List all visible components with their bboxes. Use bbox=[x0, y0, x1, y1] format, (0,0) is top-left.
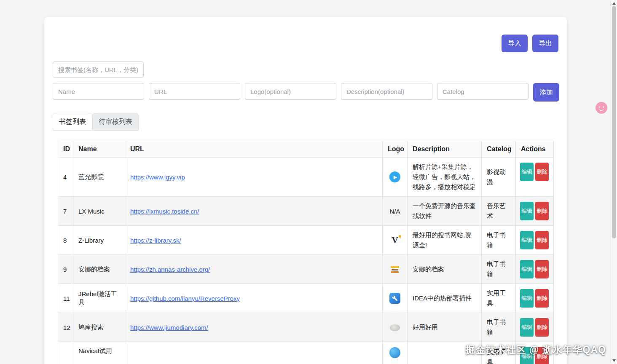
edit-button[interactable]: 编辑 bbox=[520, 318, 534, 337]
table-row: 8Z-Libraryhttps://z-library.sk/V最好用的搜书网站… bbox=[58, 226, 554, 255]
bookmark-link[interactable]: https://www.lgyy.vip bbox=[130, 174, 185, 181]
edit-button[interactable]: 编辑 bbox=[520, 260, 534, 278]
bookmark-table: IDNameURLLogoDescriptionCatelogActions 4… bbox=[58, 141, 554, 364]
edit-button[interactable]: 编辑 bbox=[520, 231, 534, 249]
cell-actions: 编辑删除 bbox=[516, 284, 554, 313]
cell-logo: ▶ bbox=[383, 158, 408, 197]
cell-description: 解析片源+采集片源，轻微广告，影视大站，线路多，播放相对稳定 bbox=[408, 158, 482, 197]
description-field[interactable] bbox=[341, 83, 432, 100]
cell-description: 一个免费开源的音乐查找软件 bbox=[408, 197, 482, 226]
delete-button[interactable]: 删除 bbox=[535, 260, 549, 278]
add-bookmark-form: 添加 bbox=[53, 83, 558, 102]
pink-mascot-icon bbox=[595, 102, 608, 114]
navicat-logo-icon bbox=[389, 347, 400, 358]
cell-catelog: 电子书籍 bbox=[482, 255, 516, 284]
annas-archive-logo-icon bbox=[391, 266, 399, 273]
cell-id: 11 bbox=[58, 284, 73, 313]
table-row: 12鸠摩搜索https://www.jiumodiary.com/好用好用电子书… bbox=[58, 313, 554, 342]
cell-catelog: 实用工具 bbox=[482, 284, 516, 313]
cell-id: 12 bbox=[58, 313, 73, 342]
bookmark-link[interactable]: https://github.com/ilanyu/ReverseProxy bbox=[130, 295, 240, 302]
scrollbar-up-arrow-icon[interactable] bbox=[612, 2, 616, 5]
table-row: 11JRebel激活工具https://github.com/ilanyu/Re… bbox=[58, 284, 554, 313]
watermark-text: 掘金技术社区 @ 逝水年华QAQ bbox=[465, 343, 606, 356]
add-button[interactable]: 添加 bbox=[533, 83, 559, 102]
scrollbar-thumb[interactable] bbox=[612, 6, 616, 238]
cell-description: IDEA中的热部署插件 bbox=[408, 284, 482, 313]
cell-logo: N/A bbox=[383, 197, 408, 226]
play-logo-icon: ▶ bbox=[389, 171, 400, 182]
column-header-logo: Logo bbox=[383, 141, 408, 158]
column-header-description: Description bbox=[408, 141, 482, 158]
bookmark-manager-card: 导入 导出 添加 书签列表待审核列表 IDNameURLLogoDescript… bbox=[44, 17, 567, 364]
cell-id: 4 bbox=[58, 158, 73, 197]
column-header-name: Name bbox=[73, 141, 125, 158]
bookmark-link[interactable]: https://zh.annas-archive.org/ bbox=[130, 266, 210, 273]
table-row: 9安娜的档案https://zh.annas-archive.org/安娜的档案… bbox=[58, 255, 554, 284]
cell-logo bbox=[383, 313, 408, 342]
column-header-catelog: Catelog bbox=[482, 141, 516, 158]
edit-button[interactable]: 编辑 bbox=[520, 163, 534, 181]
cell-logo bbox=[383, 284, 408, 313]
url-field[interactable] bbox=[149, 83, 240, 100]
column-header-actions: Actions bbox=[516, 141, 554, 158]
bookmark-link[interactable]: https://www.jiumodiary.com/ bbox=[130, 324, 208, 331]
wrench-logo-icon bbox=[389, 293, 400, 304]
floating-widget-button[interactable] bbox=[595, 102, 608, 114]
delete-button[interactable]: 删除 bbox=[535, 202, 549, 220]
cell-actions: 编辑删除 bbox=[516, 158, 554, 197]
table-body: 4蓝光影院https://www.lgyy.vip▶解析片源+采集片源，轻微广告… bbox=[58, 158, 554, 364]
table-header-row: IDNameURLLogoDescriptionCatelogActions bbox=[58, 141, 554, 158]
export-button[interactable]: 导出 bbox=[532, 35, 558, 52]
delete-button[interactable]: 删除 bbox=[535, 163, 549, 181]
cell-logo: V bbox=[383, 226, 408, 255]
cell-name: Z-Library bbox=[73, 226, 125, 255]
cell-name: 安娜的档案 bbox=[73, 255, 125, 284]
cell-actions: 编辑删除 bbox=[516, 255, 554, 284]
zlibrary-logo-icon: V bbox=[392, 235, 398, 245]
edit-button[interactable]: 编辑 bbox=[520, 202, 534, 220]
cell-catelog: 电子书籍 bbox=[482, 313, 516, 342]
search-input[interactable] bbox=[53, 62, 144, 78]
logo-field[interactable] bbox=[245, 83, 336, 100]
cell-name: Navicat试用 bbox=[73, 342, 125, 364]
delete-button[interactable]: 删除 bbox=[535, 289, 549, 308]
column-header-url: URL bbox=[125, 141, 383, 158]
delete-button[interactable]: 删除 bbox=[535, 231, 549, 249]
cell-id: 9 bbox=[58, 255, 73, 284]
cell-logo bbox=[383, 342, 408, 364]
bookmark-table-wrap: IDNameURLLogoDescriptionCatelogActions 4… bbox=[58, 141, 553, 364]
tab-bookmarks[interactable]: 书签列表 bbox=[53, 113, 92, 131]
delete-button[interactable]: 删除 bbox=[535, 318, 549, 337]
table-row: 7LX Musichttps://lxmusic.toside.cn/N/A一个… bbox=[58, 197, 554, 226]
scrollbar-down-arrow-icon[interactable] bbox=[612, 359, 616, 362]
cell-description: 最好用的搜书网站,资源全! bbox=[408, 226, 482, 255]
search-row bbox=[53, 62, 558, 78]
cell-description: 安娜的档案 bbox=[408, 255, 482, 284]
cell-url bbox=[125, 342, 383, 364]
column-header-id: ID bbox=[58, 141, 73, 158]
na-logo-text: N/A bbox=[389, 208, 400, 215]
table-row: 4蓝光影院https://www.lgyy.vip▶解析片源+采集片源，轻微广告… bbox=[58, 158, 554, 197]
cell-id: 7 bbox=[58, 197, 73, 226]
cell-url: https://www.jiumodiary.com/ bbox=[125, 313, 383, 342]
tabs: 书签列表待审核列表 bbox=[53, 113, 558, 131]
import-button[interactable]: 导入 bbox=[502, 35, 528, 52]
cell-name: LX Music bbox=[73, 197, 125, 226]
cell-name: 鸠摩搜索 bbox=[73, 313, 125, 342]
top-actions: 导入 导出 bbox=[53, 17, 558, 52]
page-scrollbar bbox=[610, 0, 617, 364]
cell-url: https://lxmusic.toside.cn/ bbox=[125, 197, 383, 226]
cell-description: 好用好用 bbox=[408, 313, 482, 342]
bookmark-link[interactable]: https://z-library.sk/ bbox=[130, 237, 181, 244]
cell-actions: 编辑删除 bbox=[516, 226, 554, 255]
cell-url: https://zh.annas-archive.org/ bbox=[125, 255, 383, 284]
catelog-field[interactable] bbox=[437, 83, 528, 100]
bookmark-link[interactable]: https://lxmusic.toside.cn/ bbox=[130, 208, 199, 215]
edit-button[interactable]: 编辑 bbox=[520, 289, 534, 308]
tab-pending[interactable]: 待审核列表 bbox=[92, 113, 139, 131]
jiumo-logo-icon bbox=[390, 324, 400, 331]
cell-url: https://github.com/ilanyu/ReverseProxy bbox=[125, 284, 383, 313]
name-field[interactable] bbox=[53, 83, 144, 100]
cell-catelog: 音乐艺术 bbox=[482, 197, 516, 226]
